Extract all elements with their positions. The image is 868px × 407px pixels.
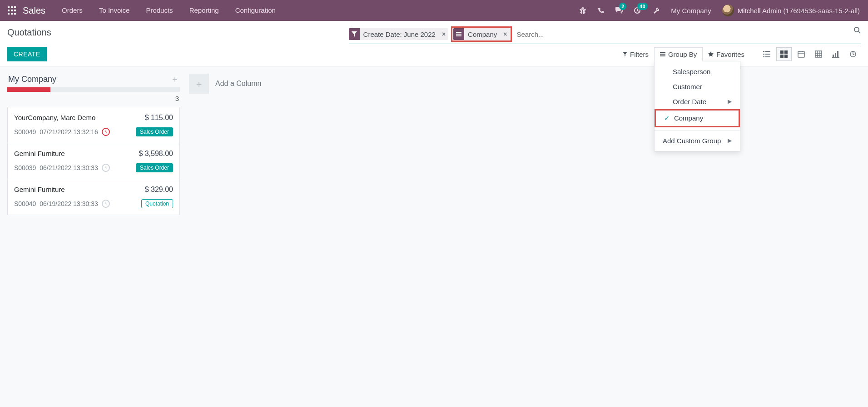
card-status: Sales Order xyxy=(136,163,173,172)
groupby-add-custom[interactable]: Add Custom Group▶ xyxy=(655,133,740,148)
kanban-column: My Company ＋ 3 YourCompany, Marc Demo $ … xyxy=(7,74,180,215)
svg-rect-11 xyxy=(456,34,461,35)
view-calendar[interactable] xyxy=(794,47,809,61)
menu-reporting[interactable]: Reporting xyxy=(181,0,227,21)
kanban-quick-create[interactable]: ＋ xyxy=(171,74,179,85)
facet-group-label: Company xyxy=(464,30,501,38)
chevron-right-icon: ▶ xyxy=(728,137,732,144)
groupby-company[interactable]: ✓Company xyxy=(656,111,739,126)
clock-icon[interactable] xyxy=(102,200,110,208)
kanban-cards: YourCompany, Marc Demo $ 115.00 S00049 0… xyxy=(7,107,180,215)
svg-rect-8 xyxy=(14,13,16,15)
filters-button[interactable]: Filters xyxy=(617,47,654,61)
view-graph[interactable] xyxy=(828,47,843,61)
activity-icon[interactable]: 40 xyxy=(628,0,646,21)
chat-icon[interactable]: 2 xyxy=(610,0,628,21)
svg-rect-0 xyxy=(8,6,10,8)
card-ref: S00040 xyxy=(14,200,36,207)
add-column[interactable]: ＋ Add a Column xyxy=(189,74,261,94)
control-panel: Quotations Create Date: June 2022 × Comp… xyxy=(0,21,868,66)
card-datetime: 06/19/2022 13:30:33 xyxy=(40,200,98,207)
kanban-card[interactable]: Gemini Furniture $ 329.00 S00040 06/19/2… xyxy=(8,179,179,215)
menu-configuration[interactable]: Configuration xyxy=(227,0,284,21)
create-button[interactable]: CREATE xyxy=(7,47,47,61)
facet-filter-remove[interactable]: × xyxy=(439,30,448,38)
svg-rect-18 xyxy=(765,51,770,52)
groupby-button[interactable]: Group By xyxy=(654,47,703,61)
top-nav: Sales Orders To Invoice Products Reporti… xyxy=(0,0,868,21)
groupby-customer[interactable]: Customer xyxy=(655,79,740,94)
apps-icon[interactable] xyxy=(4,6,20,15)
kanban-card[interactable]: YourCompany, Marc Demo $ 115.00 S00049 0… xyxy=(8,107,179,143)
kanban-column-title[interactable]: My Company xyxy=(8,75,56,84)
kanban-card[interactable]: Gemini Furniture $ 3,598.00 S00039 06/21… xyxy=(8,143,179,179)
card-amount: $ 329.00 xyxy=(145,186,173,194)
facet-filter[interactable]: Create Date: June 2022 × xyxy=(349,28,448,40)
card-amount: $ 115.00 xyxy=(145,114,173,122)
view-list[interactable] xyxy=(759,47,774,61)
search-input[interactable] xyxy=(515,30,861,39)
favorites-label: Favorites xyxy=(716,50,744,58)
card-amount: $ 3,598.00 xyxy=(139,150,173,158)
phone-icon[interactable] xyxy=(592,0,610,21)
search-bar: Create Date: June 2022 × Company × xyxy=(349,25,861,44)
menu-orders[interactable]: Orders xyxy=(54,0,91,21)
clock-icon[interactable] xyxy=(102,128,110,136)
check-icon: ✓ xyxy=(664,114,670,122)
svg-rect-15 xyxy=(660,54,665,55)
favorites-button[interactable]: Favorites xyxy=(703,47,750,61)
svg-rect-27 xyxy=(798,51,804,57)
kanban-count: 3 xyxy=(7,94,180,107)
card-customer: Gemini Furniture xyxy=(14,150,65,157)
add-column-label: Add a Column xyxy=(215,80,261,88)
svg-rect-12 xyxy=(456,35,461,36)
funnel-icon xyxy=(623,52,627,56)
card-ref: S00049 xyxy=(14,128,36,136)
filters-label: Filters xyxy=(630,50,649,58)
clock-icon[interactable] xyxy=(102,164,110,172)
svg-rect-2 xyxy=(14,6,16,8)
menu-to-invoice[interactable]: To Invoice xyxy=(91,0,138,21)
card-ref: S00039 xyxy=(14,164,36,171)
svg-rect-25 xyxy=(780,55,784,58)
user-menu[interactable]: Mitchell Admin (17694536-saas-15-2-all) xyxy=(718,5,864,16)
svg-rect-30 xyxy=(835,53,836,57)
groupby-order-date[interactable]: Order Date▶ xyxy=(655,94,740,109)
search-options: Filters Group By Salesperson Customer Or… xyxy=(617,47,750,61)
breadcrumb: Quotations xyxy=(7,25,349,42)
star-icon xyxy=(708,51,714,57)
svg-rect-23 xyxy=(780,50,784,54)
svg-point-13 xyxy=(854,27,859,32)
view-activity[interactable] xyxy=(845,47,861,61)
facet-filter-label: Create Date: June 2022 xyxy=(360,30,439,38)
facet-group[interactable]: Company × xyxy=(453,28,510,40)
funnel-icon xyxy=(349,28,360,40)
svg-rect-20 xyxy=(765,54,770,55)
card-datetime: 06/21/2022 13:30:33 xyxy=(40,164,98,171)
list-icon xyxy=(660,52,665,56)
svg-rect-16 xyxy=(660,55,665,56)
bug-icon[interactable] xyxy=(574,0,592,21)
search-icon[interactable] xyxy=(853,26,861,34)
tools-icon[interactable] xyxy=(646,0,665,21)
card-datetime: 07/21/2022 13:32:16 xyxy=(40,128,98,136)
svg-rect-31 xyxy=(837,51,838,57)
svg-rect-3 xyxy=(8,10,10,11)
svg-rect-6 xyxy=(8,13,10,15)
highlight-facet-company: Company × xyxy=(451,26,512,42)
company-switcher[interactable]: My Company xyxy=(665,7,717,15)
view-pivot[interactable] xyxy=(811,47,826,61)
card-status: Quotation xyxy=(141,199,173,208)
card-customer: YourCompany, Marc Demo xyxy=(14,114,95,121)
card-customer: Gemini Furniture xyxy=(14,186,65,193)
svg-rect-21 xyxy=(763,56,764,57)
avatar xyxy=(722,5,734,16)
svg-rect-19 xyxy=(763,54,764,55)
groupby-salesperson[interactable]: Salesperson xyxy=(655,64,740,79)
view-kanban[interactable] xyxy=(776,47,792,61)
app-brand[interactable]: Sales xyxy=(20,5,54,16)
plus-icon: ＋ xyxy=(189,74,209,94)
facet-group-remove[interactable]: × xyxy=(501,30,510,38)
kanban-progress-fill xyxy=(7,87,50,92)
menu-products[interactable]: Products xyxy=(138,0,181,21)
